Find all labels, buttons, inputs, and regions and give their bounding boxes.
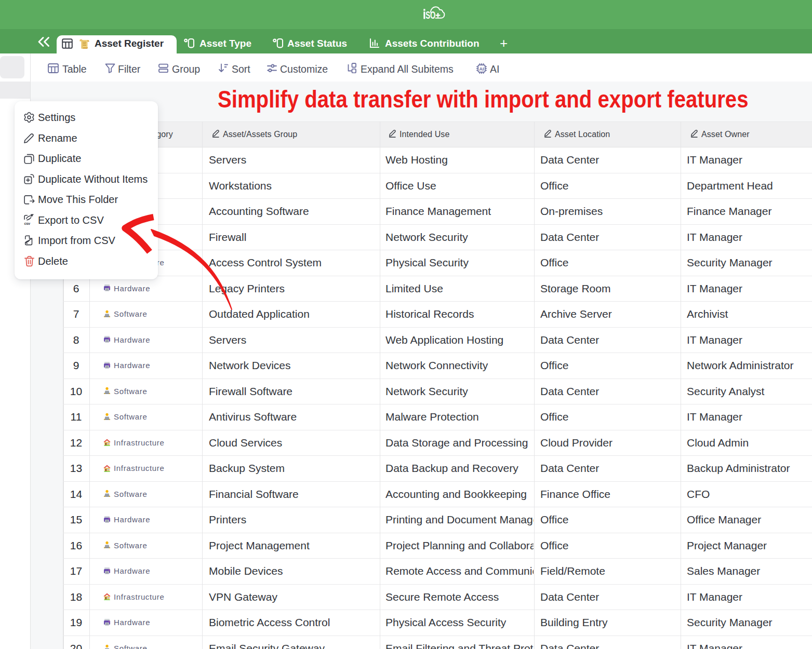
- svg-text:AI: AI: [479, 66, 484, 72]
- svg-text:csv: csv: [24, 221, 31, 226]
